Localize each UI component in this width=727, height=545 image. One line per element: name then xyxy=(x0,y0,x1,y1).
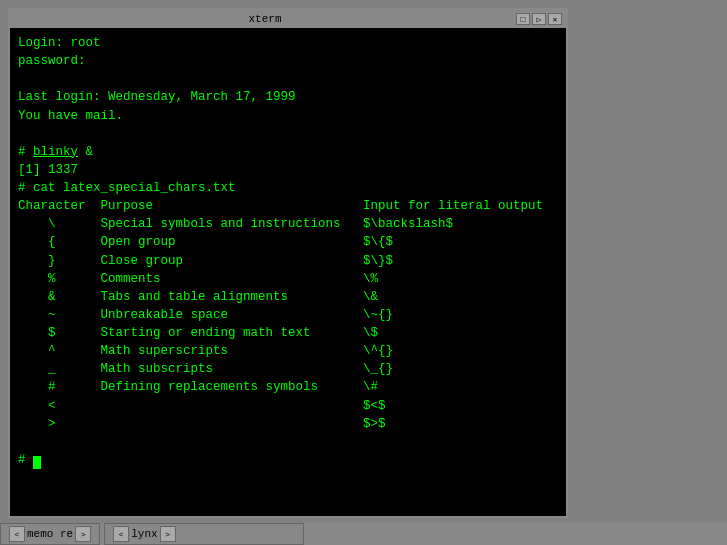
close-button[interactable]: ✕ xyxy=(548,13,562,25)
minimize-button[interactable]: □ xyxy=(516,13,530,25)
line-blank2 xyxy=(18,125,558,143)
line-row12: > $>$ xyxy=(18,415,558,433)
line-row7: $ Starting or ending math text \$ xyxy=(18,324,558,342)
taskbar-label-memo: memo re xyxy=(27,528,73,540)
line-login: Login: root xyxy=(18,34,558,52)
line-youhavemail: You have mail. xyxy=(18,107,558,125)
line-cmd2: # cat latex_special_chars.txt xyxy=(18,179,558,197)
line-password: password: xyxy=(18,52,558,70)
taskbar-btn-left-memo[interactable]: < xyxy=(9,526,25,542)
line-row9: _ Math subscripts \_{} xyxy=(18,360,558,378)
line-row1: \ Special symbols and instructions $\bac… xyxy=(18,215,558,233)
taskbar-btn-left-lynx[interactable]: < xyxy=(113,526,129,542)
window-title: xterm xyxy=(14,13,516,25)
maximize-button[interactable]: ▷ xyxy=(532,13,546,25)
taskbar-btn-right-memo[interactable]: > xyxy=(75,526,91,542)
line-blank3 xyxy=(18,433,558,451)
line-lastlogin: Last login: Wednesday, March 17, 1999 xyxy=(18,88,558,106)
line-prompt: # xyxy=(18,451,558,469)
line-row8: ^ Math superscripts \^{} xyxy=(18,342,558,360)
taskbar-label-lynx: lynx xyxy=(131,528,157,540)
taskbar: < memo re > < lynx > xyxy=(0,523,727,545)
title-bar-buttons: □ ▷ ✕ xyxy=(516,13,562,25)
line-row4: % Comments \% xyxy=(18,270,558,288)
blinky-link: blinky xyxy=(33,145,78,159)
line-row10: # Defining replacements symbols \# xyxy=(18,378,558,396)
terminal-window: xterm □ ▷ ✕ Login: root password: Last l… xyxy=(8,8,568,518)
line-cmd1: # blinky & xyxy=(18,143,558,161)
cursor xyxy=(33,456,41,469)
taskbar-item-lynx[interactable]: < lynx > xyxy=(104,523,304,545)
taskbar-btn-right-lynx[interactable]: > xyxy=(160,526,176,542)
line-blank1 xyxy=(18,70,558,88)
line-row11: < $<$ xyxy=(18,397,558,415)
title-bar: xterm □ ▷ ✕ xyxy=(10,10,566,28)
desktop: xterm □ ▷ ✕ Login: root password: Last l… xyxy=(0,0,727,545)
terminal-content[interactable]: Login: root password: Last login: Wednes… xyxy=(10,28,566,516)
line-row3: } Close group $\}$ xyxy=(18,252,558,270)
line-row2: { Open group $\{$ xyxy=(18,233,558,251)
line-pid: [1] 1337 xyxy=(18,161,558,179)
line-header: Character Purpose Input for literal outp… xyxy=(18,197,558,215)
line-row6: ~ Unbreakable space \~{} xyxy=(18,306,558,324)
line-row5: & Tabs and table alignments \& xyxy=(18,288,558,306)
taskbar-item-memo[interactable]: < memo re > xyxy=(0,523,100,545)
